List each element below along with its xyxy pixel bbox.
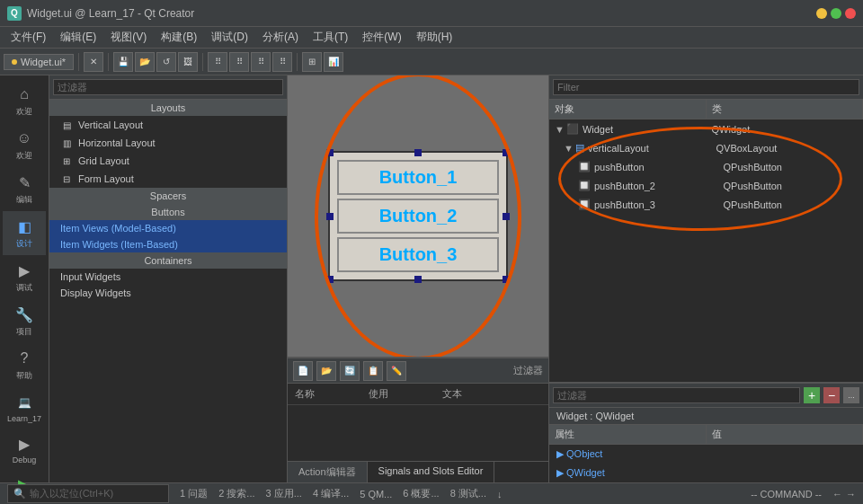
- grid-icon[interactable]: ⊞: [302, 52, 322, 72]
- grid-layout-item[interactable]: ⊞ Grid Layout: [49, 152, 287, 170]
- right-panel: 对象 类 ▼ ⬛ Widget QWidget ▼ ▤ verticalLayo…: [548, 75, 863, 482]
- file-tab-label: Widget.ui*: [21, 57, 66, 67]
- props-options-button[interactable]: …: [843, 387, 859, 403]
- props-add-button[interactable]: +: [804, 387, 820, 403]
- tree-cell-pb1-class: QPushButton: [718, 160, 864, 174]
- sidebar-item-edit[interactable]: ✎ 编辑: [3, 167, 46, 211]
- bottom-toolbar-icon5[interactable]: ✏️: [387, 361, 406, 381]
- action-editor-tab[interactable]: Action编辑器: [288, 462, 368, 482]
- props-remove-button[interactable]: −: [823, 387, 840, 403]
- refresh-icon[interactable]: ↺: [156, 52, 176, 72]
- right-filter-input[interactable]: [553, 79, 859, 95]
- prop-row-qwidget[interactable]: ▶ QWidget: [549, 464, 863, 482]
- handle-br[interactable]: [503, 276, 510, 283]
- handle-bl[interactable]: [326, 276, 334, 283]
- minimize-button[interactable]: [816, 8, 827, 19]
- col-name: 名称: [295, 387, 315, 401]
- close-tab-icon[interactable]: ✕: [84, 52, 103, 72]
- maximize-button[interactable]: [831, 8, 841, 19]
- status-test[interactable]: 8 测试...: [450, 487, 486, 500]
- item-views-item[interactable]: Item Views (Model-Based): [49, 220, 287, 236]
- menu-analyze[interactable]: 分析(A): [255, 28, 306, 47]
- menu-build[interactable]: 构建(B): [154, 28, 204, 47]
- save-icon[interactable]: 💾: [113, 52, 133, 72]
- layout1-icon[interactable]: ⠿: [208, 52, 227, 72]
- tree-row-pb1[interactable]: 🔲 pushButton QPushButton: [549, 157, 863, 176]
- button-2[interactable]: Button_2: [337, 199, 499, 234]
- horizontal-layout-item[interactable]: ▥ Horizontal Layout: [49, 134, 287, 152]
- handle-mr[interactable]: [503, 213, 510, 220]
- props-filter-area: + − …: [549, 384, 863, 408]
- sidebar-item-project[interactable]: 🔧 项目: [3, 299, 46, 343]
- status-problems[interactable]: 1 问题: [180, 487, 208, 500]
- menu-tools[interactable]: 工具(T): [306, 28, 355, 47]
- button-3[interactable]: Button_3: [337, 237, 499, 272]
- sidebar-item-debugrun[interactable]: ▶ Debug: [3, 429, 46, 470]
- vertical-layout-item[interactable]: ▤ Vertical Layout: [49, 116, 287, 134]
- menu-edit[interactable]: 编辑(E): [53, 28, 103, 47]
- bottom-toolbar-icon4[interactable]: 📋: [363, 361, 383, 381]
- button-1[interactable]: Button_1: [337, 160, 499, 195]
- menu-widget[interactable]: 控件(W): [355, 28, 408, 47]
- layout4-icon[interactable]: ⠿: [272, 52, 292, 72]
- signals-slots-tab[interactable]: Signals and Slots Editor: [368, 462, 495, 482]
- sidebar-item-debug[interactable]: ▶ 调试: [3, 255, 46, 299]
- form-layout-item[interactable]: ⊟ Form Layout: [49, 170, 287, 188]
- tree-cell-pb2-label: 🔲 pushButton_2: [549, 178, 718, 193]
- design-canvas[interactable]: Button_1 Button_2 Button_3: [288, 75, 548, 357]
- layout3-icon[interactable]: ⠿: [251, 52, 271, 72]
- sidebar-item-design[interactable]: ◧ 设计: [3, 211, 46, 255]
- sidebar-item-learn17[interactable]: 💻 Learn_17: [3, 387, 46, 429]
- file-tab[interactable]: Widget.ui*: [4, 54, 74, 70]
- tree-row-pb2[interactable]: 🔲 pushButton_2 QPushButton: [549, 176, 863, 195]
- status-arrow-right[interactable]: ↓: [497, 489, 503, 500]
- handle-ml[interactable]: [326, 213, 334, 220]
- tree-row-widget[interactable]: ▼ ⬛ Widget QWidget: [549, 119, 863, 138]
- app-icon: Q: [7, 6, 22, 21]
- status-arrow-right2[interactable]: →: [846, 489, 856, 500]
- props-filter-input[interactable]: [553, 387, 800, 403]
- prop-row-qobject[interactable]: ▶ QObject: [549, 445, 863, 464]
- menu-view[interactable]: 视图(V): [103, 28, 154, 47]
- bottom-toolbar-icon1[interactable]: 📄: [293, 361, 313, 381]
- sidebar-item-edit2[interactable]: ☺ 欢迎: [3, 123, 46, 167]
- tree-expand-vlayout: ▼: [564, 143, 574, 154]
- search-box[interactable]: 🔍 输入以定位(Ctrl+K): [7, 484, 169, 503]
- menu-debug[interactable]: 调试(D): [204, 28, 255, 47]
- status-apply[interactable]: 3 应用...: [266, 487, 302, 500]
- status-qm[interactable]: 5 QM...: [360, 489, 392, 500]
- chart-icon[interactable]: 📊: [324, 52, 343, 72]
- sidebar-label-project: 项目: [16, 326, 32, 338]
- menu-help[interactable]: 帮助(H): [409, 28, 460, 47]
- item-widgets-item[interactable]: Item Widgets (Item-Based): [49, 236, 287, 252]
- handle-bc[interactable]: [414, 276, 422, 283]
- bottom-toolbar-icon2[interactable]: 📂: [316, 361, 336, 381]
- open-icon[interactable]: 📂: [135, 52, 155, 72]
- widget-filter-input[interactable]: [53, 79, 283, 95]
- handle-tc[interactable]: [414, 149, 422, 156]
- sidebar-label-edit2: 欢迎: [16, 150, 32, 162]
- display-widgets-item[interactable]: Display Widgets: [49, 285, 287, 301]
- input-widgets-item[interactable]: Input Widgets: [49, 269, 287, 285]
- learn17-icon: 💻: [14, 393, 34, 412]
- handle-tr[interactable]: [503, 149, 510, 156]
- sidebar-item-welcome[interactable]: ⌂ 欢迎: [3, 79, 46, 123]
- bottom-toolbar-icon3[interactable]: 🔄: [340, 361, 360, 381]
- status-overview[interactable]: 6 概要...: [403, 487, 439, 500]
- menu-file[interactable]: 文件(F): [4, 28, 53, 47]
- sidebar-label-welcome: 欢迎: [16, 106, 32, 118]
- sidebar-label-help: 帮助: [16, 370, 32, 382]
- image-icon[interactable]: 🖼: [178, 52, 198, 72]
- tree-row-vlayout[interactable]: ▼ ▤ verticalLayout QVBoxLayout: [549, 138, 863, 157]
- tree-cell-vlayout-class: QVBoxLayout: [711, 141, 864, 155]
- center-area: Button_1 Button_2 Button_3 📄 📂 🔄 📋 ✏️ 过滤…: [288, 75, 548, 482]
- tree-row-pb3[interactable]: 🔲 pushButton_3 QPushButton: [549, 195, 863, 214]
- close-button[interactable]: [845, 8, 856, 19]
- handle-tl[interactable]: [326, 149, 334, 156]
- toolbar-separator: [78, 53, 79, 71]
- status-compile[interactable]: 4 编译...: [313, 487, 349, 500]
- status-search[interactable]: 2 搜索...: [218, 487, 254, 500]
- status-arrow-left[interactable]: ←: [832, 489, 842, 500]
- sidebar-item-help[interactable]: ? 帮助: [3, 343, 46, 387]
- layout2-icon[interactable]: ⠿: [229, 52, 249, 72]
